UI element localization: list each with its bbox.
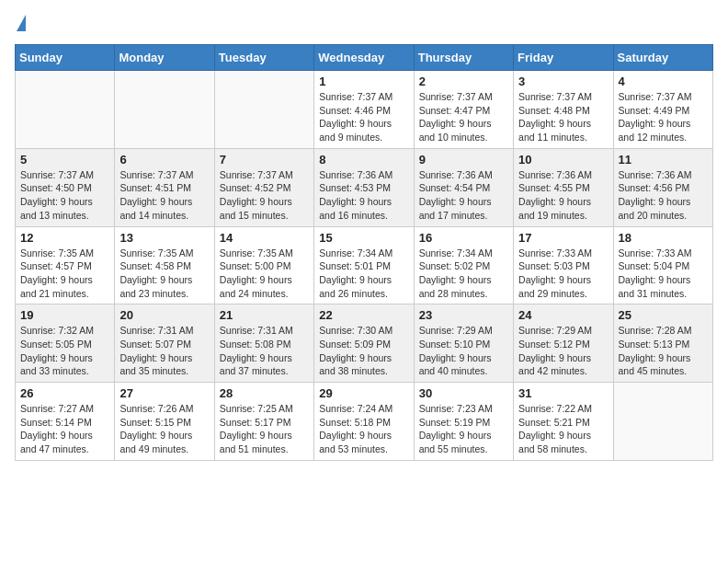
day-number: 21: [220, 308, 309, 322]
sunset-text: Sunset: 5:10 PM: [419, 339, 491, 350]
calendar-cell: 7 Sunrise: 7:37 AM Sunset: 4:52 PM Dayli…: [214, 148, 313, 226]
sunset-text: Sunset: 5:07 PM: [119, 339, 191, 350]
daylight-text: Daylight: 9 hours and 42 minutes.: [518, 352, 591, 377]
calendar-cell: 27 Sunrise: 7:26 AM Sunset: 5:15 PM Dayl…: [115, 383, 214, 461]
daylight-text: Daylight: 9 hours and 16 minutes.: [319, 196, 392, 221]
daylight-text: Daylight: 9 hours and 29 minutes.: [518, 274, 591, 299]
logo: [15, 15, 26, 33]
sunrise-text: Sunrise: 7:23 AM: [419, 403, 493, 414]
day-info: Sunrise: 7:37 AM Sunset: 4:50 PM Dayligh…: [20, 168, 109, 223]
column-header-saturday: Saturday: [613, 45, 712, 71]
calendar-cell: 17 Sunrise: 7:33 AM Sunset: 5:03 PM Dayl…: [514, 226, 613, 304]
day-number: 25: [619, 308, 708, 322]
daylight-text: Daylight: 9 hours and 55 minutes.: [419, 430, 492, 454]
sunset-text: Sunset: 5:18 PM: [319, 417, 391, 428]
sunrise-text: Sunrise: 7:36 AM: [319, 169, 392, 180]
calendar-cell: 26 Sunrise: 7:27 AM Sunset: 5:14 PM Dayl…: [16, 383, 115, 461]
daylight-text: Daylight: 9 hours and 37 minutes.: [220, 352, 292, 377]
day-number: 2: [419, 75, 508, 88]
calendar-cell: 23 Sunrise: 7:29 AM Sunset: 5:10 PM Dayl…: [414, 304, 513, 383]
column-header-friday: Friday: [514, 45, 613, 71]
day-info: Sunrise: 7:24 AM Sunset: 5:18 PM Dayligh…: [319, 402, 408, 456]
calendar-cell: 3 Sunrise: 7:37 AM Sunset: 4:48 PM Dayli…: [514, 71, 613, 149]
sunrise-text: Sunrise: 7:35 AM: [20, 247, 94, 259]
sunrise-text: Sunrise: 7:33 AM: [619, 247, 692, 259]
sunrise-text: Sunrise: 7:34 AM: [419, 247, 493, 259]
calendar-cell: [613, 383, 712, 461]
sunset-text: Sunset: 4:53 PM: [319, 182, 391, 193]
day-info: Sunrise: 7:37 AM Sunset: 4:52 PM Dayligh…: [220, 168, 309, 223]
sunrise-text: Sunrise: 7:37 AM: [619, 91, 692, 102]
day-number: 24: [518, 308, 608, 322]
calendar-cell: 14 Sunrise: 7:35 AM Sunset: 5:00 PM Dayl…: [214, 226, 313, 304]
calendar-week-5: 26 Sunrise: 7:27 AM Sunset: 5:14 PM Dayl…: [16, 383, 713, 461]
sunset-text: Sunset: 5:05 PM: [20, 339, 92, 350]
sunset-text: Sunset: 4:48 PM: [518, 105, 590, 116]
sunset-text: Sunset: 5:04 PM: [619, 260, 690, 271]
day-info: Sunrise: 7:26 AM Sunset: 5:15 PM Dayligh…: [119, 402, 209, 456]
sunset-text: Sunset: 5:03 PM: [518, 260, 590, 271]
day-info: Sunrise: 7:36 AM Sunset: 4:53 PM Dayligh…: [319, 168, 408, 223]
column-header-wednesday: Wednesday: [314, 45, 414, 71]
sunset-text: Sunset: 5:08 PM: [220, 339, 291, 350]
day-info: Sunrise: 7:37 AM Sunset: 4:46 PM Dayligh…: [319, 90, 408, 144]
sunset-text: Sunset: 4:55 PM: [518, 182, 590, 193]
sunrise-text: Sunrise: 7:33 AM: [518, 247, 592, 259]
daylight-text: Daylight: 9 hours and 21 minutes.: [20, 274, 93, 299]
daylight-text: Daylight: 9 hours and 26 minutes.: [319, 274, 392, 299]
sunset-text: Sunset: 4:52 PM: [220, 182, 291, 193]
calendar-cell: 13 Sunrise: 7:35 AM Sunset: 4:58 PM Dayl…: [115, 226, 214, 304]
day-number: 22: [319, 308, 408, 322]
calendar-cell: 22 Sunrise: 7:30 AM Sunset: 5:09 PM Dayl…: [314, 304, 414, 383]
column-header-monday: Monday: [115, 45, 214, 71]
calendar-cell: 19 Sunrise: 7:32 AM Sunset: 5:05 PM Dayl…: [16, 304, 115, 383]
sunrise-text: Sunrise: 7:32 AM: [20, 325, 94, 336]
day-info: Sunrise: 7:37 AM Sunset: 4:47 PM Dayligh…: [419, 90, 508, 144]
daylight-text: Daylight: 9 hours and 20 minutes.: [619, 196, 691, 221]
day-info: Sunrise: 7:23 AM Sunset: 5:19 PM Dayligh…: [419, 402, 508, 456]
day-number: 8: [319, 153, 408, 167]
daylight-text: Daylight: 9 hours and 10 minutes.: [419, 118, 492, 143]
daylight-text: Daylight: 9 hours and 23 minutes.: [119, 274, 192, 299]
calendar-cell: 29 Sunrise: 7:24 AM Sunset: 5:18 PM Dayl…: [314, 383, 414, 461]
daylight-text: Daylight: 9 hours and 40 minutes.: [419, 352, 492, 377]
day-number: 23: [419, 308, 508, 322]
calendar-cell: 4 Sunrise: 7:37 AM Sunset: 4:49 PM Dayli…: [613, 71, 712, 149]
sunset-text: Sunset: 4:50 PM: [20, 182, 92, 193]
day-info: Sunrise: 7:37 AM Sunset: 4:48 PM Dayligh…: [518, 90, 608, 144]
sunrise-text: Sunrise: 7:35 AM: [119, 247, 193, 259]
sunrise-text: Sunrise: 7:25 AM: [220, 403, 293, 414]
day-info: Sunrise: 7:36 AM Sunset: 4:55 PM Dayligh…: [518, 168, 608, 223]
sunset-text: Sunset: 4:51 PM: [119, 182, 191, 193]
day-number: 3: [518, 75, 608, 88]
daylight-text: Daylight: 9 hours and 31 minutes.: [619, 274, 691, 299]
sunset-text: Sunset: 4:47 PM: [419, 105, 491, 116]
sunrise-text: Sunrise: 7:31 AM: [119, 325, 193, 336]
daylight-text: Daylight: 9 hours and 35 minutes.: [119, 352, 192, 377]
day-number: 7: [220, 153, 309, 167]
sunset-text: Sunset: 4:49 PM: [619, 105, 690, 116]
calendar-cell: 5 Sunrise: 7:37 AM Sunset: 4:50 PM Dayli…: [16, 148, 115, 226]
day-info: Sunrise: 7:33 AM Sunset: 5:03 PM Dayligh…: [518, 247, 608, 301]
sunset-text: Sunset: 4:54 PM: [419, 182, 491, 193]
sunrise-text: Sunrise: 7:29 AM: [518, 325, 592, 336]
sunset-text: Sunset: 5:00 PM: [220, 260, 291, 271]
daylight-text: Daylight: 9 hours and 53 minutes.: [319, 430, 392, 454]
calendar-cell: 6 Sunrise: 7:37 AM Sunset: 4:51 PM Dayli…: [115, 148, 214, 226]
calendar-cell: 8 Sunrise: 7:36 AM Sunset: 4:53 PM Dayli…: [314, 148, 414, 226]
sunset-text: Sunset: 4:57 PM: [20, 260, 92, 271]
sunset-text: Sunset: 4:56 PM: [619, 182, 690, 193]
day-info: Sunrise: 7:35 AM Sunset: 5:00 PM Dayligh…: [220, 247, 309, 301]
calendar-header-row: SundayMondayTuesdayWednesdayThursdayFrid…: [16, 45, 713, 71]
day-info: Sunrise: 7:37 AM Sunset: 4:51 PM Dayligh…: [119, 168, 209, 223]
calendar-cell: 2 Sunrise: 7:37 AM Sunset: 4:47 PM Dayli…: [414, 71, 513, 149]
day-number: 10: [518, 153, 608, 167]
calendar-cell: 25 Sunrise: 7:28 AM Sunset: 5:13 PM Dayl…: [613, 304, 712, 383]
day-number: 11: [619, 153, 708, 167]
day-number: 17: [518, 231, 608, 245]
sunrise-text: Sunrise: 7:37 AM: [20, 169, 94, 180]
day-info: Sunrise: 7:25 AM Sunset: 5:17 PM Dayligh…: [220, 402, 309, 456]
calendar-cell: 18 Sunrise: 7:33 AM Sunset: 5:04 PM Dayl…: [613, 226, 712, 304]
day-info: Sunrise: 7:37 AM Sunset: 4:49 PM Dayligh…: [619, 90, 708, 144]
sunrise-text: Sunrise: 7:29 AM: [419, 325, 493, 336]
